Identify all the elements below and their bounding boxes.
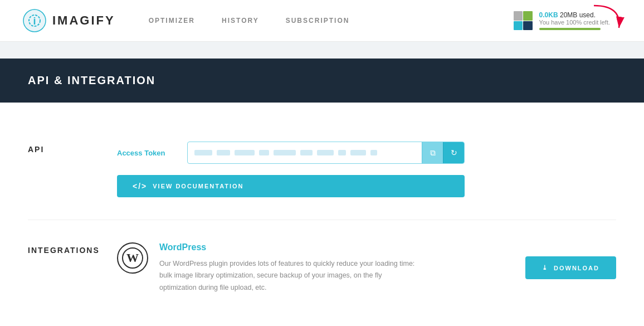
svg-text:i: i	[33, 16, 36, 27]
account-avatar[interactable]	[514, 11, 533, 30]
red-arrow-indicator	[588, 0, 627, 33]
usage-title: 0.0KB 20MB used.	[539, 11, 596, 19]
view-documentation-button[interactable]: </> VIEW DOCUMENTATION	[117, 175, 465, 197]
token-block	[370, 150, 377, 155]
wordpress-logo: W	[117, 242, 148, 274]
token-block	[274, 150, 296, 155]
swatch-4	[523, 21, 533, 31]
integrations-label: INTEGRATIONS	[28, 242, 117, 255]
download-icon: ⤓	[542, 264, 548, 271]
integrations-section: INTEGRATIONS W WordPress Our WordPress p…	[28, 220, 616, 310]
main-content: API Access Token	[0, 103, 644, 326]
nav-history[interactable]: HISTORY	[222, 12, 259, 29]
copy-icon: ⧉	[430, 148, 436, 158]
refresh-icon: ↻	[451, 148, 457, 157]
usage-amount: 0.0KB	[539, 11, 558, 19]
integration-info: WordPress Our WordPress plugin provides …	[159, 242, 492, 294]
token-masked-display	[188, 150, 422, 155]
swatch-2	[523, 11, 533, 21]
download-button[interactable]: ⤓ DOWNLOAD	[525, 256, 616, 279]
integration-name[interactable]: WordPress	[159, 242, 492, 252]
token-block	[194, 150, 212, 155]
main-nav: OPTIMIZER HISTORY SUBSCRIPTION	[149, 12, 514, 29]
token-block	[300, 150, 313, 155]
wordpress-logo-svg: W	[121, 247, 144, 269]
header-right: 0.0KB 20MB used. You have 100% credit le…	[514, 11, 622, 30]
nav-subscription[interactable]: SUBSCRIPTION	[286, 12, 350, 29]
logo-icon: i	[22, 8, 47, 33]
integration-description: Our WordPress plugin provides lots of fe…	[159, 258, 416, 294]
token-block	[350, 150, 366, 155]
header: i IMAGIFY OPTIMIZER HISTORY SUBSCRIPTION…	[0, 0, 644, 42]
api-controls: Access Token	[117, 142, 465, 197]
download-label: DOWNLOAD	[554, 265, 599, 271]
token-block	[338, 150, 346, 155]
refresh-token-button[interactable]: ↻	[443, 142, 464, 163]
token-block	[317, 150, 334, 155]
logo: i IMAGIFY	[22, 8, 115, 33]
swatch-3	[514, 21, 523, 31]
token-block	[217, 150, 230, 155]
access-token-label: Access Token	[117, 149, 178, 157]
token-block	[235, 150, 255, 155]
token-input-wrap: ⧉ ↻	[187, 142, 465, 164]
swatch-1	[514, 11, 523, 21]
token-block	[259, 150, 269, 155]
svg-text:W: W	[126, 251, 139, 265]
section-header: API & INTEGRATION	[0, 59, 644, 103]
nav-optimizer[interactable]: OPTIMIZER	[149, 12, 195, 29]
page-title: API & INTEGRATION	[28, 74, 616, 87]
top-banner	[0, 42, 644, 59]
access-token-row: Access Token	[117, 142, 465, 164]
doc-button-label: VIEW DOCUMENTATION	[153, 183, 243, 189]
copy-token-button[interactable]: ⧉	[422, 142, 443, 163]
integration-card-wordpress: W WordPress Our WordPress plugin provide…	[117, 242, 616, 294]
code-icon: </>	[133, 182, 147, 191]
logo-text: IMAGIFY	[52, 13, 115, 28]
api-section: API Access Token	[28, 125, 616, 220]
api-label: API	[28, 142, 117, 154]
